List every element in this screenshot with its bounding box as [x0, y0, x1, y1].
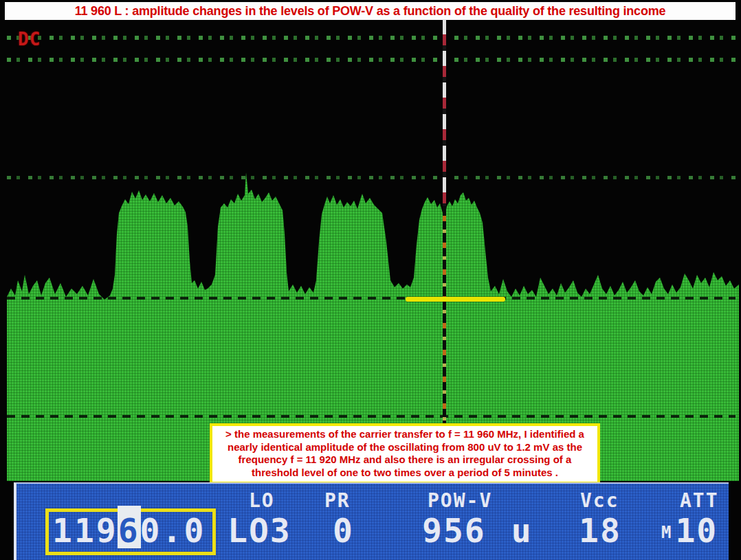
vcc-value: 18	[579, 514, 621, 547]
att-label: ATT	[680, 489, 719, 512]
frequency-cursor-digit: 6	[118, 506, 141, 548]
att-value: M10	[661, 514, 718, 549]
spectrum-trace	[0, 0, 741, 481]
dc-coupling-label: DC	[18, 29, 41, 49]
annotation-line-2: nearly identical amplitude of the oscill…	[215, 441, 595, 454]
threshold-dashed-line-upper	[7, 297, 736, 300]
instrument-screen: 11 960 L : amplitude changes in the leve…	[0, 0, 741, 560]
powv-unit: u	[511, 511, 533, 550]
att-mode-prefix: M	[661, 523, 672, 542]
powv-number: 956	[422, 511, 486, 550]
annotation-line-4: threshold level of one to two times over…	[215, 467, 595, 480]
status-bar: 11960.0 LO LO3 PR 0 POW-V 956u Vcc 18 AT…	[14, 482, 729, 560]
frequency-input[interactable]: 11960.0	[52, 514, 206, 547]
powv-label: POW-V	[428, 489, 492, 512]
att-number: 10	[675, 511, 718, 550]
powv-value: 956u	[422, 514, 533, 547]
graticule-dotted-line-top	[7, 36, 736, 40]
annotation-note-box: > the measurements of the carrier transf…	[210, 423, 600, 484]
graticule-dotted-line-reference	[7, 176, 736, 179]
vcc-label: Vcc	[580, 489, 619, 512]
annotation-line-3: frequency f = 11 920 MHz and also there …	[215, 453, 595, 467]
yellow-measurement-marker	[406, 297, 505, 302]
graticule-dotted-line-second	[7, 58, 736, 62]
pr-value: 0	[333, 514, 354, 547]
pr-label: PR	[324, 489, 351, 512]
center-frequency-cursor-line-lower	[443, 206, 446, 424]
lo-value: LO3	[228, 514, 291, 547]
frequency-digits-pre: 119	[52, 511, 118, 550]
threshold-dashed-line-lower	[7, 415, 736, 418]
annotation-line-1: > the measurements of the carrier transf…	[215, 428, 595, 441]
center-frequency-cursor-line-upper	[443, 19, 446, 206]
lo-label: LO	[249, 489, 275, 512]
page-title: 11 960 L : amplitude changes in the leve…	[75, 4, 666, 19]
frequency-digits-post: 0.0	[140, 511, 206, 550]
title-bar: 11 960 L : amplitude changes in the leve…	[5, 2, 736, 20]
